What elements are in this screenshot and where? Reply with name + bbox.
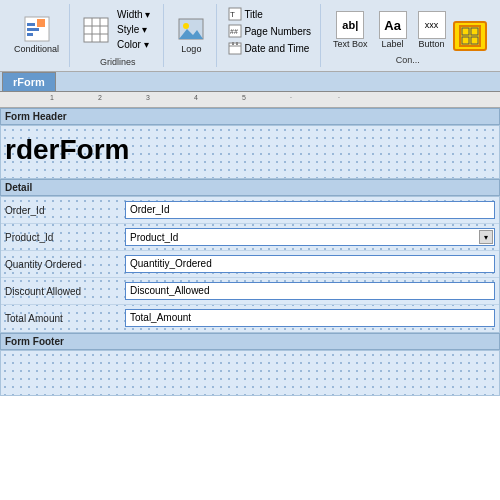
order-id-field[interactable]: Order_Id bbox=[125, 201, 495, 219]
product-id-field[interactable]: Product_Id ▾ bbox=[125, 228, 495, 246]
svg-rect-22 bbox=[471, 28, 478, 35]
conditional-icon bbox=[22, 14, 52, 44]
title-button[interactable]: T Title bbox=[225, 6, 266, 22]
svg-rect-3 bbox=[27, 33, 33, 36]
conditional-label: Conditional bbox=[14, 44, 59, 54]
ribbon-group-header-footer: T Title ## Page Numbers Date and Time bbox=[221, 4, 321, 67]
svg-rect-2 bbox=[27, 28, 39, 31]
table-row: Order_Id Order_Id bbox=[1, 197, 499, 224]
ruler: 1 2 3 4 5 · · bbox=[0, 92, 500, 108]
table-row: Quantity Ordered Quantitiy_Ordered bbox=[1, 251, 499, 278]
style-button[interactable]: Style ▾ bbox=[114, 23, 153, 36]
color-button[interactable]: Color ▾ bbox=[114, 38, 153, 51]
svg-rect-24 bbox=[471, 37, 478, 44]
design-area: Form Header rderForm Detail Order_Id Ord… bbox=[0, 108, 500, 500]
detail-section: Order_Id Order_Id Product_Id Product_Id … bbox=[0, 196, 500, 333]
svg-rect-4 bbox=[37, 19, 45, 27]
svg-rect-1 bbox=[27, 23, 35, 26]
text-box-label: Text Box bbox=[333, 39, 368, 49]
main-container: Conditional bbox=[0, 0, 500, 500]
svg-text:##: ## bbox=[230, 28, 238, 35]
quantity-field[interactable]: Quantitiy_Ordered bbox=[125, 255, 495, 273]
text-box-button[interactable]: ab| Text Box bbox=[329, 9, 372, 51]
ribbon-group-logo: Logo bbox=[168, 4, 217, 67]
product-id-label: Product_Id bbox=[1, 230, 121, 245]
title-icon: T bbox=[228, 7, 242, 21]
ribbon-group-controls: ab| Text Box Aa Label xxx Button bbox=[325, 4, 493, 67]
button-button[interactable]: xxx Button bbox=[414, 9, 450, 51]
table-row: Discount Allowed Discount_Allowed bbox=[1, 278, 499, 305]
controls-group-label: Con... bbox=[396, 55, 420, 65]
order-id-label: Order_Id bbox=[1, 203, 121, 218]
ribbon-bar: Conditional bbox=[0, 0, 500, 72]
logo-button[interactable]: Logo bbox=[172, 12, 210, 56]
title-label: Title bbox=[244, 9, 263, 20]
svg-point-11 bbox=[183, 23, 189, 29]
form-footer-section bbox=[0, 350, 500, 396]
svg-text:T: T bbox=[230, 10, 235, 19]
gridlines-button[interactable]: Width ▾ Style ▾ Color ▾ bbox=[78, 6, 157, 53]
active-control-button[interactable] bbox=[453, 21, 487, 51]
label-icon: Aa bbox=[379, 11, 407, 39]
form-footer-label: Form Footer bbox=[0, 333, 500, 350]
style-label: Style ▾ bbox=[117, 24, 147, 35]
active-control-icon bbox=[459, 25, 481, 47]
form-title: rderForm bbox=[5, 134, 129, 166]
width-button[interactable]: Width ▾ bbox=[114, 8, 153, 21]
form-header-section: rderForm bbox=[0, 125, 500, 179]
ribbon: Conditional bbox=[0, 0, 500, 72]
label-button[interactable]: Aa Label bbox=[375, 9, 411, 51]
total-field[interactable]: Total_Amount bbox=[125, 309, 495, 327]
date-time-button[interactable]: Date and Time bbox=[225, 40, 312, 56]
table-row: Product_Id Product_Id ▾ bbox=[1, 224, 499, 251]
form-header-label: Form Header bbox=[0, 108, 500, 125]
conditional-button[interactable]: Conditional bbox=[10, 12, 63, 56]
tab-bar: rForm bbox=[0, 72, 500, 92]
svg-rect-23 bbox=[462, 37, 469, 44]
table-row: Total Amount Total_Amount bbox=[1, 305, 499, 332]
gridlines-group-label: Gridlines bbox=[100, 57, 136, 67]
button-icon: xxx bbox=[418, 11, 446, 39]
discount-field[interactable]: Discount_Allowed bbox=[125, 282, 495, 300]
ribbon-group-gridlines: Width ▾ Style ▾ Color ▾ Gridlines bbox=[74, 4, 164, 67]
discount-label: Discount Allowed bbox=[1, 284, 121, 299]
logo-label: Logo bbox=[181, 44, 201, 54]
button-label: Button bbox=[419, 39, 445, 49]
date-time-icon bbox=[228, 41, 242, 55]
svg-rect-19 bbox=[236, 42, 238, 45]
width-label: Width ▾ bbox=[117, 9, 150, 20]
product-id-value: Product_Id bbox=[130, 232, 178, 243]
date-time-label: Date and Time bbox=[244, 43, 309, 54]
text-box-icon: ab| bbox=[336, 11, 364, 39]
detail-label: Detail bbox=[0, 179, 500, 196]
ribbon-group-conditional: Conditional bbox=[6, 4, 70, 67]
quantity-label: Quantity Ordered bbox=[1, 257, 121, 272]
svg-rect-21 bbox=[462, 28, 469, 35]
svg-rect-18 bbox=[232, 42, 234, 45]
gridlines-icon bbox=[82, 16, 110, 44]
logo-icon bbox=[176, 14, 206, 44]
page-numbers-icon: ## bbox=[228, 24, 242, 38]
page-numbers-button[interactable]: ## Page Numbers bbox=[225, 23, 314, 39]
color-label: Color ▾ bbox=[117, 39, 149, 50]
svg-rect-5 bbox=[84, 18, 108, 42]
label-label: Label bbox=[382, 39, 404, 49]
total-label: Total Amount bbox=[1, 311, 121, 326]
product-id-dropdown-btn[interactable]: ▾ bbox=[479, 230, 493, 244]
svg-rect-17 bbox=[229, 43, 241, 54]
tab-rform[interactable]: rForm bbox=[2, 72, 56, 91]
page-numbers-label: Page Numbers bbox=[244, 26, 311, 37]
